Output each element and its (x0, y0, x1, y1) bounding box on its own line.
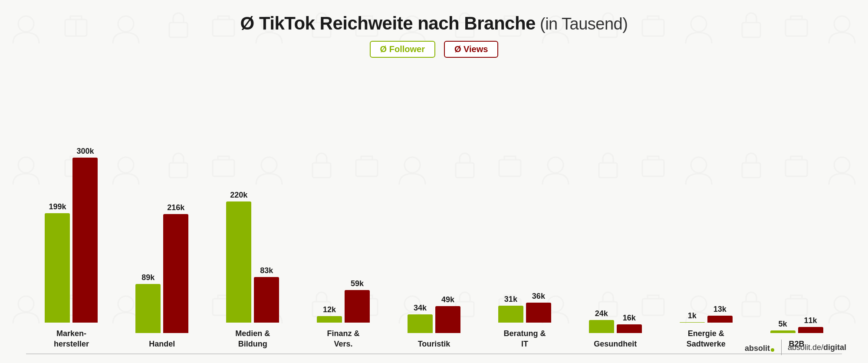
bar-follower-gesundheit: 24k (589, 309, 614, 333)
bar-follower-markenhersteller: 199k (45, 202, 70, 323)
bar-views-markenhersteller: 300k (72, 147, 98, 323)
footer: absolit absolit.de/digital (745, 340, 846, 355)
bar-views-handel: 216k (163, 203, 188, 333)
bar-label-touristik: Touristik (418, 339, 450, 349)
chart-title: Ø TikTok Reichweite nach Branche (in Tau… (240, 13, 628, 34)
legend-views-label: Ø Views (454, 44, 488, 54)
bar-group-markenhersteller: 199k300kMarken-hersteller (26, 147, 117, 349)
bar-follower-value-handel: 89k (141, 273, 155, 282)
bar-views-beratung-it: 36k (526, 292, 551, 323)
bar-views-gesundheit: 16k (617, 314, 642, 333)
bar-group-medien-bildung: 220k83kMedien &Bildung (207, 191, 298, 349)
bar-views-finanz-vers: 59k (345, 279, 370, 323)
bar-label-beratung-it: Beratung &IT (503, 329, 546, 349)
chart-container: Ø TikTok Reichweite nach Branche (in Tau… (0, 0, 868, 363)
legend-follower-label: Ø Follower (380, 44, 425, 54)
footer-url: absolit.de/digital (788, 343, 846, 352)
bar-label-gesundheit: Gesundheit (594, 339, 637, 349)
bar-follower-medien-bildung: 220k (226, 191, 251, 323)
bar-follower-value-touristik: 34k (414, 304, 427, 313)
bar-group-energie-stadtwerke: 1k13kEnergie &Sadtwerke (661, 305, 751, 349)
legend-views: Ø Views (444, 41, 498, 58)
bar-label-medien-bildung: Medien &Bildung (235, 329, 270, 349)
bar-views-value-medien-bildung: 83k (260, 266, 273, 275)
bar-follower-value-gesundheit: 24k (595, 309, 608, 318)
bar-follower-beratung-it: 31k (498, 295, 523, 323)
bar-views-value-beratung-it: 36k (532, 292, 545, 301)
bar-follower-finanz-vers: 12k (317, 305, 342, 323)
bar-follower-value-markenhersteller: 199k (49, 202, 66, 211)
bar-views-b2b: 11k (798, 316, 823, 333)
bar-group-gesundheit: 24k16kGesundheit (570, 309, 661, 349)
bar-views-energie-stadtwerke: 13k (707, 305, 733, 323)
footer-logo: absolit (745, 341, 775, 353)
bar-follower-energie-stadtwerke: 1k (680, 311, 705, 323)
bar-label-energie-stadtwerke: Energie &Sadtwerke (687, 329, 726, 349)
bar-follower-b2b: 5k (770, 320, 796, 333)
bar-label-markenhersteller: Marken-hersteller (54, 329, 89, 349)
bar-views-value-finanz-vers: 59k (351, 279, 364, 288)
bar-follower-touristik: 34k (408, 304, 433, 333)
bar-follower-value-finanz-vers: 12k (323, 305, 336, 314)
bar-views-value-markenhersteller: 300k (76, 147, 94, 156)
bar-group-touristik: 34k49kTouristik (389, 295, 480, 349)
bar-views-value-b2b: 11k (804, 316, 817, 325)
bar-views-touristik: 49k (435, 295, 460, 333)
bar-group-handel: 89k216kHandel (117, 203, 207, 349)
bar-follower-value-b2b: 5k (779, 320, 787, 329)
bars-area: 199k300kMarken-hersteller89k216kHandel22… (26, 71, 842, 353)
svg-point-56 (771, 348, 774, 352)
footer-divider (781, 340, 782, 355)
bar-label-finanz-vers: Finanz &Vers. (327, 329, 360, 349)
bar-group-beratung-it: 31k36kBeratung &IT (479, 292, 570, 349)
bar-follower-value-beratung-it: 31k (504, 295, 517, 304)
bar-follower-value-medien-bildung: 220k (230, 191, 247, 200)
bar-views-value-energie-stadtwerke: 13k (713, 305, 727, 314)
bar-follower-handel: 89k (135, 273, 161, 333)
legend: Ø Follower Ø Views (370, 41, 499, 58)
svg-text:absolit: absolit (745, 344, 770, 353)
bar-group-finanz-vers: 12k59kFinanz &Vers. (298, 279, 389, 349)
bar-views-value-touristik: 49k (441, 295, 454, 304)
bar-views-value-gesundheit: 16k (623, 314, 636, 323)
bar-follower-value-energie-stadtwerke: 1k (688, 311, 697, 320)
bar-label-handel: Handel (149, 339, 175, 349)
bar-views-medien-bildung: 83k (254, 266, 279, 323)
legend-follower: Ø Follower (370, 41, 435, 58)
divider-line (26, 353, 842, 354)
bar-views-value-handel: 216k (167, 203, 184, 212)
